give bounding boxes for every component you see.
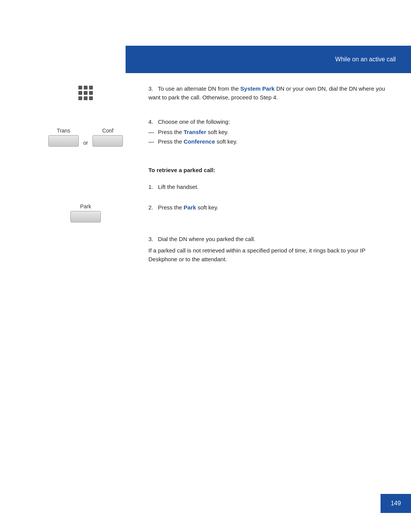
keypad-dot: [84, 91, 88, 95]
press-park-before: Press the: [158, 204, 184, 211]
retrieve-step-3: 3. Dial the DN where you parked the call…: [23, 236, 388, 264]
retrieve-step-3-text: 3. Dial the DN where you parked the call…: [148, 236, 388, 264]
or-separator: or: [83, 140, 88, 146]
conf-button-wrapper: Conf: [92, 128, 123, 147]
step-3-section: 3. To use an alternate DN from the Syste…: [23, 84, 388, 102]
keypad-dot: [89, 96, 93, 100]
retrieve-step-3-content: Dial the DN where you parked the call.: [158, 236, 255, 242]
header-title: While on an active call: [335, 56, 396, 63]
step-4-number: 4.: [148, 118, 156, 125]
conference-softkey-button[interactable]: [92, 135, 123, 147]
transfer-conf-group: Trans or Conf: [48, 128, 123, 147]
main-content: 3. To use an alternate DN from the Syste…: [0, 84, 411, 275]
bullet-conference-text: Press the Conference soft key.: [158, 138, 237, 145]
bullet-transfer: — Press the Transfer soft key.: [148, 129, 388, 135]
transfer-link: Transfer: [184, 129, 206, 135]
retrieve-title: To retrieve a parked call:: [23, 167, 388, 173]
keypad-icon: [78, 86, 93, 100]
keypad-dot: [78, 86, 82, 89]
transfer-softkey-button[interactable]: [48, 135, 79, 147]
park-button-area: Park: [23, 203, 148, 222]
step-4-section: Trans or Conf 4. Choose one of the follo…: [23, 117, 388, 148]
park-link: Park: [184, 204, 196, 211]
retrieve-step-1-content: Lift the handset.: [158, 184, 199, 190]
transfer-button-wrapper: Trans: [48, 128, 79, 147]
retrieve-step-3-main: 3. Dial the DN where you parked the call…: [148, 236, 388, 242]
conf-label: Conf: [102, 128, 113, 134]
keypad-dot: [84, 96, 88, 100]
retrieve-step-1-text: 1. Lift the handset.: [148, 183, 388, 190]
retrieve-step-1: 1. Lift the handset.: [23, 183, 388, 190]
keypad-dot: [89, 86, 93, 89]
retrieve-step-3-number: 3.: [148, 236, 156, 242]
bullet-conference: — Press the Conference soft key.: [148, 138, 388, 145]
header-banner: While on an active call: [126, 46, 411, 73]
conference-link: Conference: [184, 138, 215, 145]
keypad-dot: [89, 91, 93, 95]
dash-2: —: [148, 138, 154, 145]
page-number: 149: [391, 500, 401, 507]
park-softkey-button[interactable]: [70, 211, 101, 222]
step-3-text: 3. To use an alternate DN from the Syste…: [148, 84, 388, 102]
retrieve-step-2-text: 2. Press the Park soft key.: [148, 203, 388, 211]
retrieve-section: To retrieve a parked call: 1. Lift the h…: [23, 167, 388, 264]
system-park-link: System Park: [241, 85, 275, 92]
page-footer: 149: [381, 494, 411, 513]
retrieve-step-2-content: Press the Park soft key.: [158, 204, 218, 211]
retrieve-note: If a parked call is not retrieved within…: [148, 246, 388, 264]
retrieve-step-2: Park 2. Press the Park soft key.: [23, 203, 388, 222]
bullet-transfer-text: Press the Transfer soft key.: [158, 129, 229, 135]
retrieve-step-1-number: 1.: [148, 184, 156, 190]
step-4-header: 4. Choose one of the following:: [148, 118, 388, 125]
keypad-dot: [84, 86, 88, 89]
step-4-text: 4. Choose one of the following: — Press …: [148, 117, 388, 148]
retrieve-step-2-number: 2.: [148, 204, 156, 211]
step-4-intro: Choose one of the following:: [158, 118, 230, 125]
softkey-buttons-area: Trans or Conf: [23, 117, 148, 147]
keypad-icon-area: [23, 84, 148, 100]
keypad-dot: [78, 91, 82, 95]
dash-1: —: [148, 129, 154, 135]
keypad-dot: [78, 96, 82, 100]
step-3-text-before: To use an alternate DN from the: [158, 85, 241, 92]
step-3-paragraph: 3. To use an alternate DN from the Syste…: [148, 85, 388, 102]
press-park-after: soft key.: [196, 204, 218, 211]
park-label: Park: [80, 203, 91, 209]
trans-label: Trans: [57, 128, 70, 134]
step-3-number: 3.: [148, 85, 156, 92]
